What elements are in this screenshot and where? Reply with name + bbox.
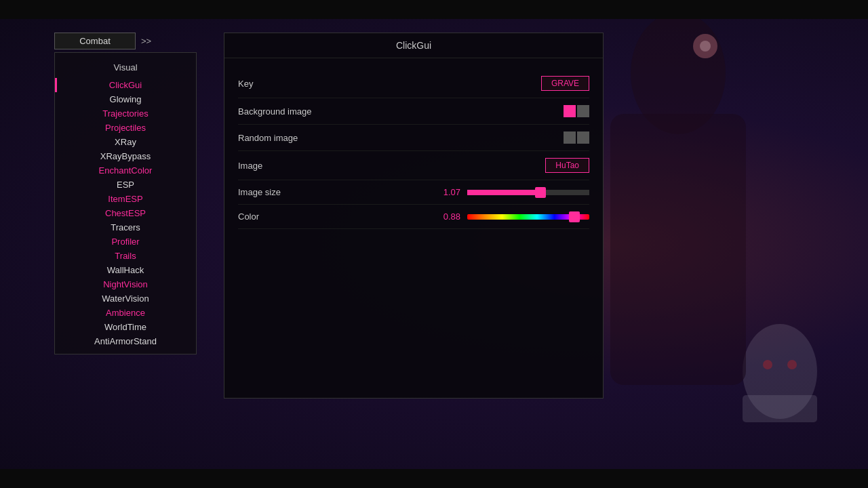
setting-row-key: Key GRAVE <box>238 69 589 98</box>
random-image-toggle-off1 <box>564 131 576 144</box>
sidebar-item-profiler[interactable]: Profiler <box>55 235 196 249</box>
sidebar-item-trails[interactable]: Trails <box>55 249 196 263</box>
sidebar-active-indicator: ClickGui <box>55 78 196 92</box>
sidebar-item-watervision[interactable]: WaterVision <box>55 291 196 306</box>
settings-body: Key GRAVE Background image Random image <box>224 58 603 240</box>
sidebar-item-xraybypass[interactable]: XRayBypass <box>55 149 196 163</box>
random-image-toggle[interactable] <box>564 131 589 144</box>
sidebar-item-glowing[interactable]: Glowing <box>55 92 196 106</box>
sidebar-item-wallhack[interactable]: WallHack <box>55 263 196 277</box>
sidebar-item-chestesp[interactable]: ChestESP <box>55 206 196 220</box>
sidebar-item-clickgui[interactable]: ClickGui <box>55 78 196 92</box>
tab-header: Combat >> <box>54 33 203 49</box>
sidebar-item-esp[interactable]: ESP <box>55 178 196 192</box>
setting-row-image: Image HuTao <box>238 151 589 180</box>
image-size-slider-container: 1.07 <box>433 187 589 197</box>
sidebar-item-enchantcolor[interactable]: EnchantColor <box>55 163 196 178</box>
sidebar-category: Visual <box>55 58 196 78</box>
bg-image-toggle-off <box>577 105 589 117</box>
sidebar-item-tracers[interactable]: Tracers <box>55 220 196 235</box>
sidebar-item-projectiles[interactable]: Projectiles <box>55 121 196 135</box>
left-panel: Combat >> Visual ClickGui Glowing Trajec… <box>54 33 203 354</box>
sidebar-item-trajectories[interactable]: Trajectories <box>55 106 196 121</box>
image-value-button[interactable]: HuTao <box>545 158 589 173</box>
image-size-label: Image size <box>238 187 433 197</box>
setting-row-color: Color 0.88 <box>238 205 589 229</box>
top-bar <box>0 0 868 19</box>
sidebar-item-antiarmorstand[interactable]: AntiArmorStand <box>55 334 196 348</box>
color-slider-container: 0.88 <box>433 211 589 222</box>
bg-image-toggle[interactable] <box>564 105 589 117</box>
color-label: Color <box>238 211 433 222</box>
sidebar-item-ambience[interactable]: Ambience <box>55 306 196 320</box>
tab-combat[interactable]: Combat <box>54 33 136 49</box>
random-image-toggle-off2 <box>577 131 589 144</box>
image-size-thumb[interactable] <box>535 187 546 198</box>
color-slider-track[interactable] <box>467 214 589 220</box>
image-size-track[interactable] <box>467 190 589 195</box>
settings-title: ClickGui <box>224 33 603 58</box>
setting-row-image-size: Image size 1.07 <box>238 180 589 205</box>
image-size-fill <box>467 190 540 195</box>
bg-image-toggle-on <box>564 105 576 117</box>
sidebar-item-nightvision[interactable]: NightVision <box>55 277 196 291</box>
sidebar-item-itemesp[interactable]: ItemESP <box>55 192 196 206</box>
sidebar-item-worldtime[interactable]: WorldTime <box>55 320 196 334</box>
setting-row-bg-image: Background image <box>238 98 589 125</box>
sidebar-item-xray[interactable]: XRay <box>55 135 196 149</box>
setting-row-random-image: Random image <box>238 125 589 151</box>
bottom-bar <box>0 469 868 488</box>
sidebar: Visual ClickGui Glowing Trajectories Pro… <box>54 52 197 354</box>
image-label: Image <box>238 161 545 171</box>
tab-arrow[interactable]: >> <box>136 33 157 49</box>
color-value: 0.88 <box>433 211 460 222</box>
key-label: Key <box>238 79 541 89</box>
random-image-label: Random image <box>238 133 564 143</box>
bg-image-label: Background image <box>238 106 564 117</box>
color-slider-thumb[interactable] <box>569 211 580 222</box>
settings-panel: ClickGui Key GRAVE Background image Rand… <box>224 33 604 399</box>
main-content: Combat >> Visual ClickGui Glowing Trajec… <box>0 19 868 469</box>
image-size-value: 1.07 <box>433 187 460 197</box>
key-value-button[interactable]: GRAVE <box>541 76 589 91</box>
